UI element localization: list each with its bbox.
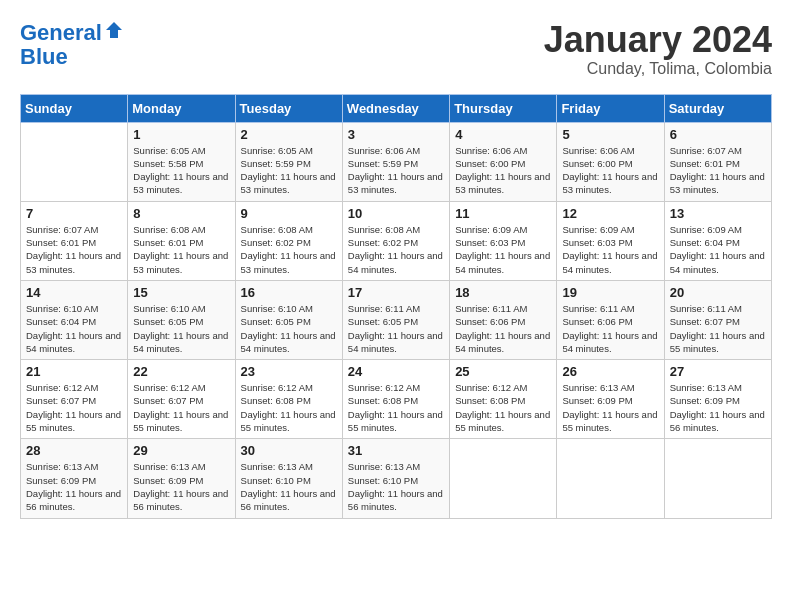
day-number: 16 [241, 285, 337, 300]
day-info: Sunrise: 6:09 AMSunset: 6:04 PMDaylight:… [670, 223, 766, 276]
day-number: 29 [133, 443, 229, 458]
day-number: 11 [455, 206, 551, 221]
calendar-cell: 5Sunrise: 6:06 AMSunset: 6:00 PMDaylight… [557, 122, 664, 201]
calendar-cell: 31Sunrise: 6:13 AMSunset: 6:10 PMDayligh… [342, 439, 449, 518]
day-number: 9 [241, 206, 337, 221]
day-number: 4 [455, 127, 551, 142]
day-info: Sunrise: 6:12 AMSunset: 6:08 PMDaylight:… [241, 381, 337, 434]
day-header-saturday: Saturday [664, 94, 771, 122]
day-info: Sunrise: 6:11 AMSunset: 6:06 PMDaylight:… [562, 302, 658, 355]
logo-blue: Blue [20, 44, 68, 69]
calendar-cell: 30Sunrise: 6:13 AMSunset: 6:10 PMDayligh… [235, 439, 342, 518]
day-number: 13 [670, 206, 766, 221]
calendar-cell: 27Sunrise: 6:13 AMSunset: 6:09 PMDayligh… [664, 360, 771, 439]
day-number: 24 [348, 364, 444, 379]
day-info: Sunrise: 6:10 AMSunset: 6:05 PMDaylight:… [133, 302, 229, 355]
day-info: Sunrise: 6:10 AMSunset: 6:05 PMDaylight:… [241, 302, 337, 355]
day-info: Sunrise: 6:06 AMSunset: 6:00 PMDaylight:… [562, 144, 658, 197]
calendar-cell: 17Sunrise: 6:11 AMSunset: 6:05 PMDayligh… [342, 280, 449, 359]
day-info: Sunrise: 6:13 AMSunset: 6:10 PMDaylight:… [348, 460, 444, 513]
day-number: 12 [562, 206, 658, 221]
calendar-cell: 10Sunrise: 6:08 AMSunset: 6:02 PMDayligh… [342, 201, 449, 280]
calendar-cell: 22Sunrise: 6:12 AMSunset: 6:07 PMDayligh… [128, 360, 235, 439]
day-info: Sunrise: 6:13 AMSunset: 6:10 PMDaylight:… [241, 460, 337, 513]
day-number: 14 [26, 285, 122, 300]
calendar-cell: 11Sunrise: 6:09 AMSunset: 6:03 PMDayligh… [450, 201, 557, 280]
calendar-week-1: 1Sunrise: 6:05 AMSunset: 5:58 PMDaylight… [21, 122, 772, 201]
day-number: 17 [348, 285, 444, 300]
day-number: 19 [562, 285, 658, 300]
day-header-thursday: Thursday [450, 94, 557, 122]
calendar-cell: 25Sunrise: 6:12 AMSunset: 6:08 PMDayligh… [450, 360, 557, 439]
day-info: Sunrise: 6:05 AMSunset: 5:58 PMDaylight:… [133, 144, 229, 197]
day-header-monday: Monday [128, 94, 235, 122]
day-number: 3 [348, 127, 444, 142]
day-info: Sunrise: 6:07 AMSunset: 6:01 PMDaylight:… [670, 144, 766, 197]
calendar-cell: 12Sunrise: 6:09 AMSunset: 6:03 PMDayligh… [557, 201, 664, 280]
day-info: Sunrise: 6:08 AMSunset: 6:02 PMDaylight:… [241, 223, 337, 276]
day-number: 2 [241, 127, 337, 142]
day-info: Sunrise: 6:12 AMSunset: 6:07 PMDaylight:… [26, 381, 122, 434]
day-number: 20 [670, 285, 766, 300]
day-info: Sunrise: 6:08 AMSunset: 6:01 PMDaylight:… [133, 223, 229, 276]
day-number: 7 [26, 206, 122, 221]
day-number: 22 [133, 364, 229, 379]
calendar-cell [450, 439, 557, 518]
calendar-subtitle: Cunday, Tolima, Colombia [544, 60, 772, 78]
calendar-cell [557, 439, 664, 518]
day-number: 10 [348, 206, 444, 221]
calendar-cell: 13Sunrise: 6:09 AMSunset: 6:04 PMDayligh… [664, 201, 771, 280]
logo-general: General [20, 20, 102, 45]
calendar-cell: 19Sunrise: 6:11 AMSunset: 6:06 PMDayligh… [557, 280, 664, 359]
calendar-cell: 15Sunrise: 6:10 AMSunset: 6:05 PMDayligh… [128, 280, 235, 359]
day-number: 5 [562, 127, 658, 142]
day-info: Sunrise: 6:10 AMSunset: 6:04 PMDaylight:… [26, 302, 122, 355]
calendar-week-2: 7Sunrise: 6:07 AMSunset: 6:01 PMDaylight… [21, 201, 772, 280]
calendar-cell: 14Sunrise: 6:10 AMSunset: 6:04 PMDayligh… [21, 280, 128, 359]
calendar-cell: 16Sunrise: 6:10 AMSunset: 6:05 PMDayligh… [235, 280, 342, 359]
calendar-table: SundayMondayTuesdayWednesdayThursdayFrid… [20, 94, 772, 519]
calendar-title: January 2024 [544, 20, 772, 60]
calendar-cell: 8Sunrise: 6:08 AMSunset: 6:01 PMDaylight… [128, 201, 235, 280]
day-number: 25 [455, 364, 551, 379]
day-number: 30 [241, 443, 337, 458]
day-number: 31 [348, 443, 444, 458]
calendar-cell: 29Sunrise: 6:13 AMSunset: 6:09 PMDayligh… [128, 439, 235, 518]
calendar-cell: 21Sunrise: 6:12 AMSunset: 6:07 PMDayligh… [21, 360, 128, 439]
day-number: 26 [562, 364, 658, 379]
calendar-cell: 7Sunrise: 6:07 AMSunset: 6:01 PMDaylight… [21, 201, 128, 280]
calendar-cell: 23Sunrise: 6:12 AMSunset: 6:08 PMDayligh… [235, 360, 342, 439]
day-info: Sunrise: 6:11 AMSunset: 6:05 PMDaylight:… [348, 302, 444, 355]
day-info: Sunrise: 6:11 AMSunset: 6:06 PMDaylight:… [455, 302, 551, 355]
calendar-cell: 18Sunrise: 6:11 AMSunset: 6:06 PMDayligh… [450, 280, 557, 359]
page-header: General Blue January 2024 Cunday, Tolima… [20, 20, 772, 78]
calendar-cell: 1Sunrise: 6:05 AMSunset: 5:58 PMDaylight… [128, 122, 235, 201]
day-header-friday: Friday [557, 94, 664, 122]
day-header-tuesday: Tuesday [235, 94, 342, 122]
day-info: Sunrise: 6:13 AMSunset: 6:09 PMDaylight:… [562, 381, 658, 434]
calendar-cell: 4Sunrise: 6:06 AMSunset: 6:00 PMDaylight… [450, 122, 557, 201]
day-number: 6 [670, 127, 766, 142]
day-header-wednesday: Wednesday [342, 94, 449, 122]
day-info: Sunrise: 6:08 AMSunset: 6:02 PMDaylight:… [348, 223, 444, 276]
day-info: Sunrise: 6:05 AMSunset: 5:59 PMDaylight:… [241, 144, 337, 197]
day-info: Sunrise: 6:12 AMSunset: 6:08 PMDaylight:… [455, 381, 551, 434]
day-number: 21 [26, 364, 122, 379]
calendar-cell: 2Sunrise: 6:05 AMSunset: 5:59 PMDaylight… [235, 122, 342, 201]
calendar-cell: 28Sunrise: 6:13 AMSunset: 6:09 PMDayligh… [21, 439, 128, 518]
logo: General Blue [20, 20, 124, 69]
day-number: 27 [670, 364, 766, 379]
day-number: 8 [133, 206, 229, 221]
day-info: Sunrise: 6:06 AMSunset: 5:59 PMDaylight:… [348, 144, 444, 197]
day-info: Sunrise: 6:12 AMSunset: 6:08 PMDaylight:… [348, 381, 444, 434]
day-info: Sunrise: 6:11 AMSunset: 6:07 PMDaylight:… [670, 302, 766, 355]
day-number: 15 [133, 285, 229, 300]
day-number: 18 [455, 285, 551, 300]
calendar-cell: 3Sunrise: 6:06 AMSunset: 5:59 PMDaylight… [342, 122, 449, 201]
calendar-cell: 26Sunrise: 6:13 AMSunset: 6:09 PMDayligh… [557, 360, 664, 439]
day-info: Sunrise: 6:13 AMSunset: 6:09 PMDaylight:… [670, 381, 766, 434]
day-number: 23 [241, 364, 337, 379]
calendar-cell [21, 122, 128, 201]
calendar-cell: 20Sunrise: 6:11 AMSunset: 6:07 PMDayligh… [664, 280, 771, 359]
calendar-cell: 6Sunrise: 6:07 AMSunset: 6:01 PMDaylight… [664, 122, 771, 201]
